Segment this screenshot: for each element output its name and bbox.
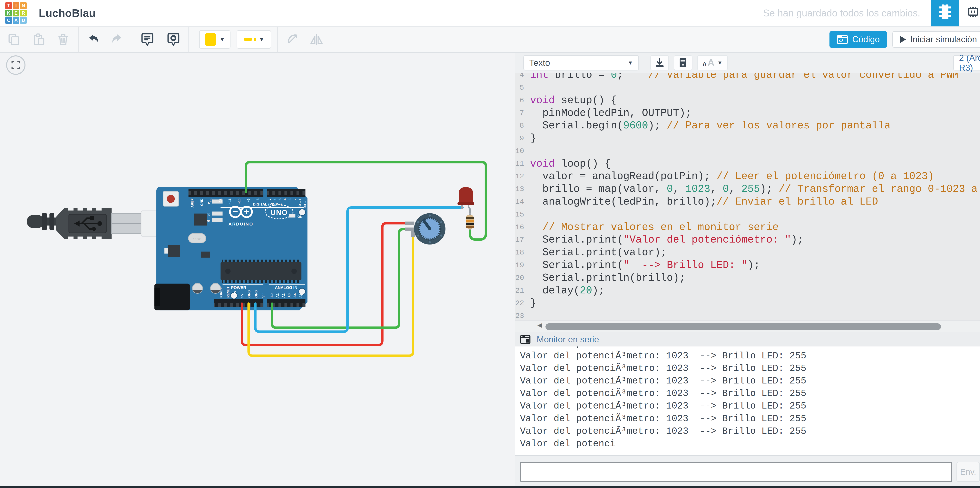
on-led-label: ON xyxy=(298,215,302,219)
crystal-label: 16.000 xyxy=(193,238,201,241)
component-color-dropdown[interactable]: ▼ xyxy=(199,30,231,49)
note-icon xyxy=(140,32,154,47)
code-button-label: Código xyxy=(852,35,880,44)
board-select-value: 2 (Arduino Uno R3) xyxy=(959,53,980,73)
wire-style-dropdown[interactable]: ▼ xyxy=(237,30,271,49)
reset-button[interactable] xyxy=(163,192,178,206)
line-number: 22 xyxy=(515,297,530,310)
pin-label: 3.3V xyxy=(233,291,237,298)
start-simulation-label: Iniciar simulación xyxy=(910,35,977,44)
pin-label: 12 xyxy=(218,198,222,202)
components-panel-button[interactable] xyxy=(959,0,980,27)
mirror-button[interactable] xyxy=(310,32,324,47)
paste-button[interactable] xyxy=(31,32,46,47)
pin-label: ~9 xyxy=(247,198,250,202)
code-line: 16 // Mostrar valores en el monitor seri… xyxy=(515,221,980,234)
tinkercad-circuits-app: TINKERCAD LuchoBlau Se han guardado todo… xyxy=(0,0,980,488)
atmega-chip[interactable] xyxy=(221,260,301,283)
pin-label: 8 xyxy=(256,198,260,200)
pin-label: ~3 xyxy=(288,198,292,202)
serial-line: Valor del potenciÃ³metro: 1023 --> Brill… xyxy=(520,412,980,425)
pin-label: A5 xyxy=(299,293,302,298)
pin-label: 7 xyxy=(268,198,272,200)
line-number: 14 xyxy=(515,196,530,208)
serial-line: Valor del potenciÃ³metro: 1023 --> Brill… xyxy=(520,400,980,412)
line-number: 15 xyxy=(515,208,530,221)
bottom-strip xyxy=(0,486,980,488)
led-red[interactable] xyxy=(457,187,474,214)
serial-input[interactable] xyxy=(520,462,952,482)
copy-icon xyxy=(7,33,21,46)
line-number: 19 xyxy=(515,259,530,272)
code-line: 6void setup() { xyxy=(515,94,980,107)
circuit-canvas[interactable]: DIGITAL (PWM~) L TX RX xyxy=(0,53,515,488)
digital-header-left[interactable] xyxy=(189,189,263,197)
pin-label: Vin xyxy=(261,293,265,298)
usb-cable[interactable] xyxy=(27,208,177,239)
serial-input-row: Env. Borrar xyxy=(515,455,980,488)
code-button[interactable]: Código xyxy=(829,31,887,48)
library-icon xyxy=(677,57,689,69)
redo-button[interactable] xyxy=(110,32,124,47)
scroll-left-arrow[interactable]: ◀ xyxy=(538,322,542,329)
save-status: Se han guardado todos los cambios. xyxy=(763,8,920,19)
code-line: 9} xyxy=(515,132,980,145)
undo-button[interactable] xyxy=(87,32,101,47)
arduino-brand-label: ARDUINO xyxy=(229,222,253,227)
serial-line: Valor del potenciÃ³metro: 1023 --> Brill… xyxy=(520,362,980,375)
pin-label: 5V xyxy=(240,293,244,298)
project-title[interactable]: LuchoBlau xyxy=(39,7,96,19)
tinkercad-logo[interactable]: TINKERCAD xyxy=(5,2,27,24)
digital-header-right[interactable] xyxy=(267,189,305,197)
labels-button[interactable] xyxy=(166,32,180,47)
serial-monitor-icon xyxy=(520,334,531,345)
chevron-down-icon: ▼ xyxy=(259,37,264,42)
line-number: 12 xyxy=(515,170,530,183)
logo-tile: D xyxy=(20,17,27,24)
paste-icon xyxy=(32,33,45,46)
serial-line: Valor del potenciÃ³metro: 1023 --> Brill… xyxy=(520,425,980,437)
serial-line: Valor del potenciÃ³metro: 1023 --> Brill… xyxy=(520,347,980,350)
copy-button[interactable] xyxy=(7,32,21,47)
download-code-button[interactable] xyxy=(650,55,669,70)
code-panel: Texto ▼ A xyxy=(515,53,980,488)
rotate-button[interactable] xyxy=(286,32,300,47)
circuits-view-button[interactable] xyxy=(931,0,959,27)
play-icon xyxy=(900,35,906,43)
resistor[interactable] xyxy=(466,214,474,230)
code-line: 23 xyxy=(515,310,980,320)
line-number: 9 xyxy=(515,132,530,145)
notes-button[interactable] xyxy=(140,32,154,47)
pin-label: IOREF xyxy=(220,288,223,298)
rotate-icon xyxy=(286,32,300,47)
code-horizontal-scrollbar[interactable]: ◀ ▶ xyxy=(515,320,980,332)
serial-output[interactable]: Valor del potenciÃ³metro: 1023 --> Brill… xyxy=(515,347,980,455)
delete-button[interactable] xyxy=(56,32,70,47)
serial-send-button[interactable]: Env. xyxy=(956,462,980,482)
potentiometer[interactable] xyxy=(405,213,445,244)
pin-label: A1 xyxy=(276,293,280,298)
libraries-button[interactable] xyxy=(674,55,692,70)
flip-icon xyxy=(310,32,324,47)
code-line: 21 delay(20); xyxy=(515,284,980,297)
arduino-uno-board[interactable]: DIGITAL (PWM~) L TX RX xyxy=(154,187,307,311)
pin-label: 2 xyxy=(293,198,297,200)
pin-label: GND xyxy=(255,290,258,298)
board-select[interactable]: 2 (Arduino Uno R3) ▼ xyxy=(953,55,980,70)
code-line: 14 analogWrite(ledPin, brillo);// Enviar… xyxy=(515,196,980,208)
code-view-select[interactable]: Texto ▼ xyxy=(523,55,639,70)
pin-label: A4 xyxy=(293,293,297,298)
logo-tile: E xyxy=(13,10,19,16)
code-line: 5 xyxy=(515,81,980,94)
code-view-value: Texto xyxy=(529,58,550,68)
code-editor[interactable]: 4int brillo = 0; // Variable para guarda… xyxy=(515,73,980,320)
horizontal-scroll-thumb[interactable] xyxy=(546,323,941,330)
chevron-down-icon: ▼ xyxy=(718,60,723,65)
serial-monitor-header[interactable]: Monitor en serie ▼ xyxy=(515,332,980,347)
pin-label: A0 xyxy=(270,293,274,298)
code-line: 13 brillo = map(valor, 0, 1023, 0, 255);… xyxy=(515,183,980,196)
line-number: 10 xyxy=(515,145,530,158)
font-size-dropdown[interactable]: A A ▼ xyxy=(697,55,728,70)
start-simulation-button[interactable]: Iniciar simulación xyxy=(892,31,980,48)
line-number: 11 xyxy=(515,158,530,170)
